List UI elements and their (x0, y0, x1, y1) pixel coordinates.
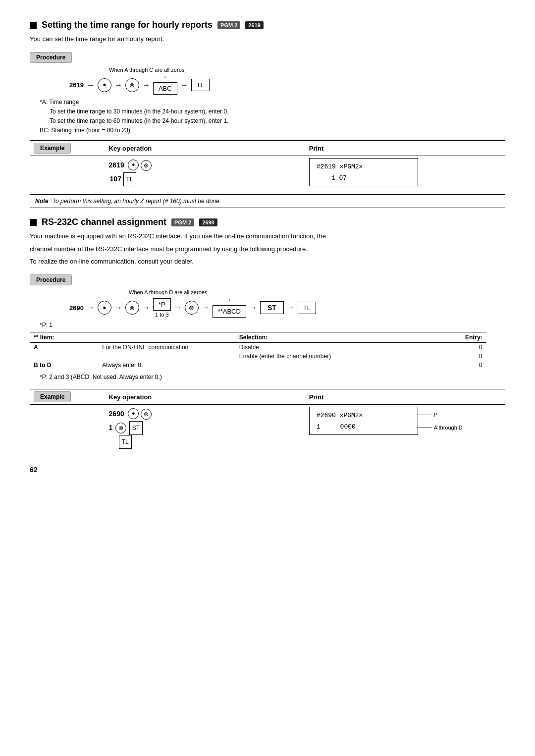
flow2-st: ST (260, 301, 284, 314)
section2-title-text: RS-232C channel assignment (42, 217, 166, 227)
section1-desc: You can set the time range for an hourly… (30, 34, 505, 44)
print-box-2: #2690 ✕PGM2✕ 1 0000 (309, 407, 418, 435)
key-op-cell-1: 2619 • ⊗ 107 TL (105, 156, 305, 189)
example-empty (30, 156, 105, 189)
ko2-x2: ⊗ (115, 423, 126, 433)
sel-entry-8: 8 (440, 352, 486, 361)
flow1-dot: • (98, 78, 111, 92)
black-square-icon-2 (30, 219, 37, 226)
print-cell-1: #2619 ✕PGM2✕ 1 07 (305, 156, 505, 189)
ko2-x1: ⊗ (141, 409, 152, 420)
arrow3: → (142, 81, 150, 90)
example-table-1: Example Key operation Print 2619 • ⊗ 107… (30, 140, 505, 188)
ko2-tl-wrap: TL (119, 438, 132, 445)
flow-diagram-1: 2619 → • → ⊗ → * ABC → TL (69, 76, 505, 95)
print2-line1: #2690 ✕PGM2✕ (317, 411, 411, 419)
flow1-abc-col: * ABC (153, 76, 177, 95)
arrow2-6: → (249, 303, 257, 312)
sel-desc-empty (98, 352, 235, 361)
ann-p-row: P (417, 412, 463, 418)
ann-atod-label: A through D (434, 425, 463, 431)
section2-desc3: To realize the on-line communication, co… (30, 257, 505, 267)
p2-note: *P: 2 and 3 (ABCD: Not used. Always ente… (40, 373, 505, 382)
ann-atod-line (417, 428, 432, 428)
flow1-star-note: * (164, 76, 166, 81)
flow2-abcd-col: * **ABCD (213, 298, 246, 318)
flow2-above-note: When A through D are all zeroes (129, 289, 505, 295)
key-op-keys-2: 2690 • ⊗ 1 ⊗ ST TL (109, 407, 301, 449)
arrow1: → (87, 81, 95, 90)
print1-line2: 1 07 (331, 174, 411, 182)
flow1-x: ⊗ (125, 78, 139, 92)
flow1-above-note: When A through C are all zeros (109, 67, 505, 73)
note-text-1: To perform this setting, an hourly Z rep… (53, 198, 221, 205)
sel-sel-disable: Disable (235, 342, 441, 352)
key-op2-cell: 2690 • ⊗ 1 ⊗ ST TL (105, 405, 305, 451)
sel-desc-a: For the ON-LINE communication (98, 342, 235, 352)
arrow2-1: → (87, 303, 95, 312)
ann-p-label: P (434, 412, 437, 418)
sel-item-btod: B to D (30, 361, 98, 370)
pgm2-badge-2: PGM 2 (171, 218, 194, 226)
flow2-abcd: **ABCD (213, 305, 246, 318)
fn-bc: BC: Starting time (hour = 00 to 23) (40, 126, 505, 135)
flow2-p: *P (153, 298, 171, 311)
sel-entry-0: 0 (440, 342, 486, 352)
sel-row-1: A For the ON-LINE communication Disable … (30, 342, 486, 352)
sel-desc-btod: Always enter 0. (98, 361, 235, 370)
arrow2: → (114, 81, 122, 90)
fn-a: *A: Time range (40, 98, 505, 107)
procedure-button-2: Procedure (30, 274, 72, 285)
section2-desc1: Your machine is equipped with an RS-232C… (30, 231, 505, 241)
section2-desc2: channel number of the RS-232C interface … (30, 244, 505, 254)
page-number: 62 (30, 466, 505, 474)
ann-atod-row: A through D (417, 425, 463, 431)
arrow2-4: → (174, 303, 182, 312)
print-th: Print (305, 141, 505, 156)
ko2-dot: • (128, 408, 139, 419)
sel-item-a: A (30, 342, 98, 352)
sel-entry-0b: 0 (440, 361, 486, 370)
ko1-107: 107 (110, 175, 121, 183)
print2-th: Print (305, 389, 505, 405)
fn-a2: To set the time range to 60 minutes (in … (50, 116, 505, 126)
key-op2-th: Key operation (105, 389, 305, 405)
arrow2-7: → (287, 303, 295, 312)
footnote-a: *A: Time range To set the time range to … (40, 98, 505, 136)
procedure-button-1: Procedure (30, 52, 72, 63)
sel-sel-empty (235, 361, 441, 370)
ko1-tl: TL (123, 172, 136, 186)
flow1-start: 2619 (69, 81, 84, 89)
key-op-keys-1: 2619 • ⊗ 107 TL (109, 158, 301, 186)
flow-diagram-2: 2690 → • → ⊗ → *P 1 to 3 → ⊗ → * **ABCD … (69, 298, 505, 318)
flow2-start: 2690 (69, 304, 84, 312)
ann-p-line (417, 415, 432, 415)
example-btn-2: Example (34, 391, 71, 402)
example2-row: 2690 • ⊗ 1 ⊗ ST TL (30, 405, 505, 451)
print1-line1: #2619 ✕PGM2✕ (317, 162, 411, 170)
print-box-1: #2619 ✕PGM2✕ 1 07 (309, 158, 418, 186)
sel-th-sel: Selection: (235, 332, 441, 342)
pgm-code-badge-2: 2690 (199, 218, 217, 226)
sel-th-item: ** Item: (30, 332, 235, 342)
arrow2-3: → (142, 303, 150, 312)
arrow2-2: → (114, 303, 122, 312)
flow2-x2: ⊗ (185, 301, 199, 315)
arrow4: → (180, 81, 188, 90)
flow2-p-note: 1 to 3 (155, 312, 169, 318)
section1-title-text: Setting the time range for hourly report… (42, 20, 213, 30)
sel-row-2: Enable (enter the channel number) 8 (30, 352, 486, 361)
ko2-st: ST (129, 421, 143, 435)
ko2-1: 1 (109, 424, 113, 432)
sel-row-3: B to D Always enter 0. 0 (30, 361, 486, 370)
pgm2-badge: PGM 2 (217, 21, 240, 29)
flow2-tl: TL (298, 302, 316, 314)
p2-note-text: *P: 2 and 3 (ABCD: Not used. Always ente… (40, 373, 505, 382)
ko1-num: 2619 (109, 161, 124, 169)
example-row-1: 2619 • ⊗ 107 TL #2619 ✕PGM2✕ 1 07 (30, 156, 505, 189)
print2-annotations: P A through D (417, 412, 463, 431)
example-btn-1: Example (34, 143, 71, 154)
print2-val: 0000 (340, 423, 356, 431)
print2-cell: #2690 ✕PGM2✕ 1 0000 P (305, 405, 505, 451)
example2-th: Example (30, 389, 105, 405)
